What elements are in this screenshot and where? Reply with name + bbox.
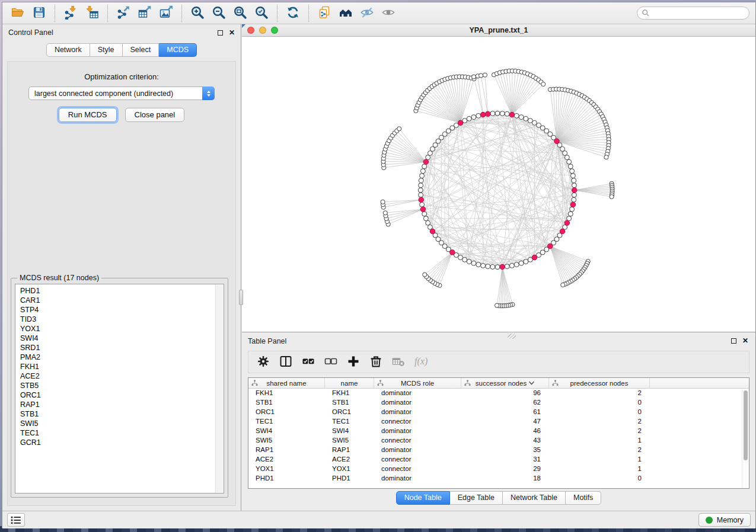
list-item[interactable]: RAP1 — [20, 400, 224, 409]
vertical-splitter-handle[interactable] — [239, 290, 243, 305]
tab-mcds[interactable]: MCDS — [159, 43, 197, 57]
task-history-button[interactable] — [7, 513, 25, 527]
table-cell: dominator — [374, 398, 461, 408]
list-item[interactable]: SWI4 — [20, 334, 224, 343]
mcds-tab-content: Optimization criterion: largest connecte… — [7, 61, 236, 506]
neighbors-button[interactable] — [335, 4, 356, 23]
export-table-button[interactable] — [134, 4, 155, 23]
table-cell: 46 — [461, 427, 549, 436]
save-button[interactable] — [28, 4, 50, 23]
list-item[interactable]: CAR1 — [20, 296, 224, 305]
import-network-button[interactable] — [60, 4, 81, 23]
gear-button[interactable] — [253, 352, 273, 371]
list-item[interactable]: PHD1 — [20, 286, 224, 296]
columns-button[interactable] — [276, 352, 296, 371]
horizontal-splitter-handle[interactable] — [508, 334, 516, 339]
table-row[interactable]: STB1STB1dominator620 — [248, 398, 749, 408]
criterion-select[interactable]: largest connected component (undirected) — [28, 86, 215, 100]
tab-style[interactable]: Style — [90, 43, 123, 57]
tab-edge-table[interactable]: Edge Table — [450, 491, 503, 505]
table-cell: SWI5 — [248, 436, 325, 446]
close-panel-icon[interactable]: ✕ — [229, 30, 235, 36]
tab-motifs[interactable]: Motifs — [566, 491, 601, 505]
window-minimize-button[interactable] — [259, 27, 266, 34]
table-row[interactable]: ACE2ACE2connector311 — [248, 455, 749, 464]
list-item[interactable]: PMA2 — [20, 352, 224, 362]
zoom-out-button[interactable] — [208, 4, 229, 23]
close-table-panel-icon[interactable]: ✕ — [742, 338, 748, 344]
table-row[interactable]: SWI5SWI5connector431 — [248, 436, 749, 446]
table-row[interactable]: TEC1TEC1connector472 — [248, 417, 749, 427]
list-scrollbar[interactable] — [215, 285, 223, 492]
window-close-button[interactable] — [247, 27, 254, 34]
table-scrollbar-thumb[interactable] — [744, 390, 748, 460]
table-cell: 2 — [549, 446, 650, 455]
export-image-icon — [159, 5, 173, 21]
hide-selected-button[interactable] — [356, 4, 378, 23]
list-item[interactable]: ORC1 — [20, 390, 224, 400]
float-panel-icon[interactable] — [218, 30, 223, 36]
table-row[interactable]: FKH1FKH1dominator962 — [248, 389, 749, 398]
list-item[interactable]: STB5 — [20, 381, 224, 390]
window-zoom-button[interactable] — [271, 27, 278, 34]
list-item[interactable]: STB1 — [20, 409, 224, 419]
table-row[interactable]: PHD1PHD1dominator180 — [248, 474, 749, 483]
desktop-background: Control Panel ✕ NetworkStyleSelectMCDS O… — [0, 0, 756, 532]
table-cell: dominator — [374, 427, 461, 436]
export-image-button[interactable] — [155, 4, 177, 23]
zoom-in-button[interactable] — [187, 4, 208, 23]
table-scrollbar[interactable] — [742, 389, 748, 488]
column-header-successor-nodes[interactable]: successor nodes — [461, 378, 549, 388]
list-item[interactable]: GCR1 — [20, 438, 224, 447]
list-item[interactable]: TID3 — [20, 315, 224, 324]
memory-button[interactable]: Memory — [698, 513, 751, 527]
table-row[interactable]: SWI4SWI4dominator462 — [248, 427, 749, 436]
table-tabs: Node TableEdge TableNetwork TableMotifs — [396, 491, 602, 505]
export-network-button[interactable] — [113, 4, 134, 23]
checks-on-button[interactable] — [298, 352, 318, 371]
toolbar-separator — [308, 5, 309, 22]
table-row[interactable]: RAP1RAP1dominator352 — [248, 446, 749, 455]
duplicate-network-icon — [317, 5, 331, 21]
table-row[interactable]: ORC1ORC1dominator610 — [248, 408, 749, 417]
table-cell: connector — [374, 436, 461, 446]
list-item[interactable]: SWI5 — [20, 419, 224, 428]
list-item[interactable]: SRD1 — [20, 343, 224, 352]
zoom-selected-button[interactable] — [251, 4, 272, 23]
tab-node-table[interactable]: Node Table — [396, 491, 450, 505]
list-item[interactable]: ACE2 — [20, 371, 224, 381]
mcds-result-list[interactable]: PHD1CAR1STP4TID3YOX1SWI4SRD1PMA2FKH1ACE2… — [15, 284, 224, 493]
column-header-predecessor-nodes[interactable]: predecessor nodes — [549, 378, 650, 388]
table-row[interactable]: YOX1YOX1connector291 — [248, 464, 749, 474]
trash-button[interactable] — [366, 352, 386, 371]
toolbar-buttons — [7, 4, 399, 23]
refresh-button[interactable] — [282, 4, 304, 23]
table-cell: dominator — [374, 408, 461, 417]
table-cell: FKH1 — [248, 389, 325, 398]
zoom-fit-button[interactable] — [229, 4, 251, 23]
float-table-panel-icon[interactable] — [731, 338, 736, 344]
network-graph[interactable] — [242, 37, 755, 332]
column-header-shared-name[interactable]: shared name — [248, 378, 325, 388]
import-table-button[interactable] — [81, 4, 103, 23]
import-table-icon — [85, 5, 99, 21]
open-folder-button[interactable] — [7, 4, 28, 23]
column-header-name[interactable]: name — [325, 378, 374, 388]
list-item[interactable]: STP4 — [20, 305, 224, 315]
search-input[interactable] — [637, 7, 749, 20]
column-header-MCDS-role[interactable]: MCDS role — [374, 378, 461, 388]
list-item[interactable]: TEC1 — [20, 428, 224, 438]
list-item[interactable]: FKH1 — [20, 362, 224, 371]
tab-select[interactable]: Select — [123, 43, 160, 57]
table-cell: 1 — [549, 436, 650, 446]
checks-off-button[interactable] — [321, 352, 341, 371]
run-mcds-button[interactable]: Run MCDS — [59, 108, 117, 122]
duplicate-network-button[interactable] — [314, 4, 335, 23]
close-panel-button[interactable]: Close panel — [125, 108, 185, 122]
show-all-button[interactable] — [378, 4, 399, 23]
list-item[interactable]: YOX1 — [20, 324, 224, 334]
plus-button[interactable] — [343, 352, 363, 371]
tab-network[interactable]: Network — [46, 43, 90, 57]
tab-network-table[interactable]: Network Table — [503, 491, 566, 505]
control-panel-header: Control Panel ✕ — [2, 24, 241, 40]
